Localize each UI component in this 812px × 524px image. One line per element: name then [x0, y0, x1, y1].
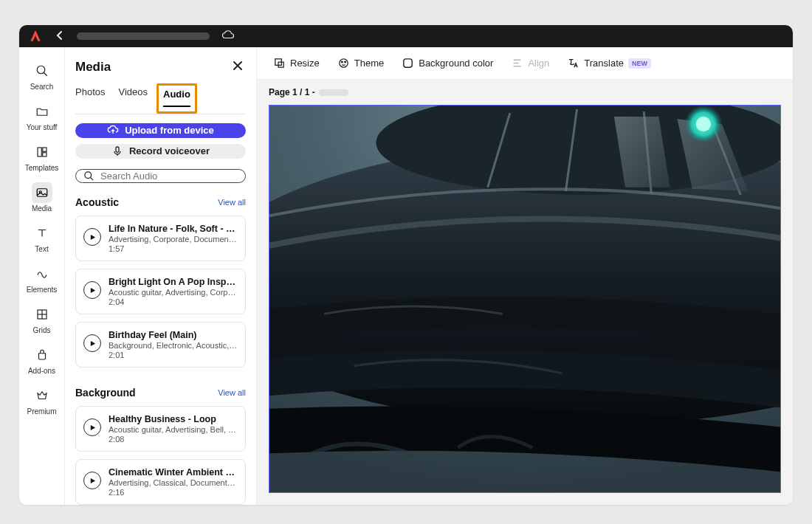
folder-icon: [32, 101, 52, 122]
audio-track[interactable]: Cinematic Winter Ambient - Loop Advertis…: [75, 459, 246, 505]
svg-rect-17: [404, 59, 412, 67]
track-info: Birthday Feel (Main) Background, Electro…: [109, 330, 238, 359]
track-duration: 1:57: [109, 244, 238, 253]
upload-label: Upload from device: [125, 125, 214, 136]
track-title: Healthy Business - Loop: [109, 414, 238, 424]
search-icon: [32, 61, 52, 81]
track-info: Healthy Business - Loop Acoustic guitar,…: [109, 414, 238, 444]
track-tags: Advertising, Corporate, Documentary, D…: [109, 235, 238, 244]
audio-track[interactable]: Life In Nature - Folk, Soft - Loop Adver…: [75, 216, 246, 261]
svg-point-25: [696, 117, 711, 131]
audio-track[interactable]: Healthy Business - Loop Acoustic guitar,…: [75, 406, 246, 452]
stage: [257, 105, 793, 505]
track-duration: 2:16: [109, 488, 238, 497]
rail-templates[interactable]: Templates: [24, 139, 61, 175]
app-logo[interactable]: [28, 29, 43, 44]
svg-rect-4: [42, 153, 46, 156]
rail-media[interactable]: Media: [24, 179, 61, 216]
left-rail: Search Your stuff Templates Media Text E…: [19, 47, 65, 505]
play-button[interactable]: [83, 228, 101, 246]
page-title-placeholder: [319, 89, 348, 96]
play-button[interactable]: [83, 418, 101, 436]
record-voiceover-button[interactable]: Record voiceover: [75, 144, 246, 159]
rail-text[interactable]: Text: [24, 220, 61, 256]
section-title: Acoustic: [75, 196, 119, 208]
audio-search-box[interactable]: [75, 169, 246, 183]
tab-videos[interactable]: Videos: [118, 86, 148, 114]
page-label: Page 1 / 1 -: [269, 87, 315, 97]
rail-premium[interactable]: Premium: [24, 382, 61, 418]
audio-track[interactable]: Birthday Feel (Main) Background, Electro…: [75, 322, 246, 368]
rail-addons[interactable]: Add-ons: [24, 342, 61, 378]
rail-label: Text: [35, 245, 48, 253]
media-panel: Media Photos Videos Audio Upload from de…: [65, 47, 257, 505]
text-icon: [32, 223, 52, 244]
topbar: [19, 25, 793, 47]
track-tags: Acoustic guitar, Advertising, Corporate,…: [109, 288, 238, 297]
panel-header: Media: [75, 58, 246, 76]
record-label: Record voiceover: [129, 145, 210, 156]
rail-label: Add-ons: [28, 367, 55, 375]
tab-audio[interactable]: Audio: [163, 89, 190, 107]
search-icon: [83, 170, 94, 182]
rail-grids[interactable]: Grids: [24, 301, 61, 337]
theme-label: Theme: [354, 58, 384, 69]
media-icon: [32, 182, 52, 203]
rail-label: Grids: [33, 326, 51, 334]
track-duration: 2:01: [109, 351, 238, 359]
addons-icon: [32, 345, 52, 365]
track-title: Life In Nature - Folk, Soft - Loop: [109, 224, 238, 234]
panel-title: Media: [75, 60, 111, 75]
document-title-placeholder[interactable]: [77, 32, 210, 40]
align-tool: Align: [505, 52, 555, 74]
theme-tool[interactable]: Theme: [331, 52, 390, 74]
svg-rect-2: [38, 148, 41, 156]
rail-elements[interactable]: Elements: [24, 261, 61, 297]
elements-icon: [32, 263, 52, 284]
app-shell: Search Your stuff Templates Media Text E…: [19, 25, 793, 505]
cloud-sync-icon[interactable]: [221, 30, 235, 43]
play-button[interactable]: [83, 281, 101, 299]
back-button[interactable]: [52, 29, 68, 44]
rail-label: Media: [32, 204, 52, 213]
track-tags: Advertising, Classical, Documentary, Dr…: [109, 478, 238, 487]
translate-label: Translate: [584, 58, 624, 69]
svg-line-1: [44, 72, 47, 76]
track-title: Cinematic Winter Ambient - Loop: [109, 467, 238, 478]
canvas-toolbar: Resize Theme Background color Align Tran…: [257, 47, 793, 80]
audio-search-input[interactable]: [100, 170, 238, 182]
view-all-link[interactable]: View all: [218, 198, 246, 207]
tab-photos[interactable]: Photos: [75, 86, 105, 114]
new-badge: NEW: [628, 58, 651, 69]
svg-rect-3: [42, 148, 46, 151]
play-button[interactable]: [83, 334, 101, 352]
svg-point-14: [340, 59, 348, 67]
premium-icon: [32, 385, 52, 406]
media-tabs: Photos Videos Audio: [75, 86, 246, 114]
canvas-area: Resize Theme Background color Align Tran…: [257, 47, 793, 505]
rail-search[interactable]: Search: [24, 58, 61, 94]
rail-label: Templates: [25, 164, 59, 172]
track-duration: 2:08: [109, 435, 238, 444]
page-indicator: Page 1 / 1 -: [257, 80, 793, 105]
section-title: Background: [75, 387, 136, 399]
svg-line-12: [90, 177, 93, 180]
artboard[interactable]: [269, 105, 781, 493]
upload-button[interactable]: Upload from device: [75, 123, 246, 138]
audio-track[interactable]: Bright Light On A Pop Inspiratio… Acoust…: [75, 269, 246, 314]
rail-label: Search: [30, 83, 54, 91]
resize-tool[interactable]: Resize: [267, 52, 326, 74]
section-head-background: Background View all: [75, 387, 246, 399]
track-info: Cinematic Winter Ambient - Loop Advertis…: [109, 467, 238, 497]
track-tags: Acoustic guitar, Advertising, Bell, Corp…: [109, 425, 238, 434]
track-tags: Background, Electronic, Acoustic, Folk, …: [109, 341, 238, 350]
translate-tool[interactable]: Translate NEW: [561, 52, 657, 74]
track-info: Life In Nature - Folk, Soft - Loop Adver…: [109, 224, 238, 253]
rail-your-stuff[interactable]: Your stuff: [24, 98, 61, 134]
track-info: Bright Light On A Pop Inspiratio… Acoust…: [109, 277, 238, 306]
background-color-tool[interactable]: Background color: [396, 52, 499, 74]
svg-rect-5: [37, 189, 47, 197]
play-button[interactable]: [83, 472, 101, 489]
panel-close-button[interactable]: [230, 58, 246, 76]
view-all-link[interactable]: View all: [218, 388, 246, 397]
